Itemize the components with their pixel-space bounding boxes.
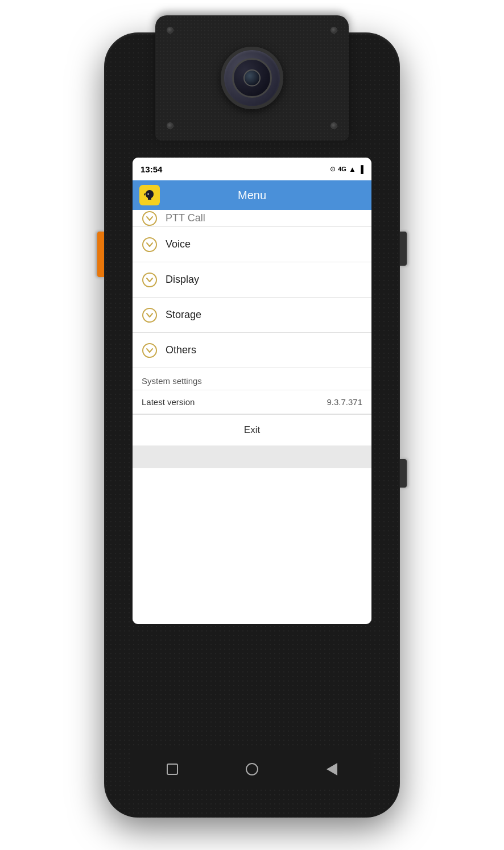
screw-br (331, 122, 337, 129)
chevron-icon-storage (142, 307, 158, 323)
camera-module (155, 15, 349, 141)
svg-point-0 (147, 193, 148, 195)
version-label: Latest version (142, 397, 195, 407)
display-label: Display (166, 274, 199, 286)
menu-content[interactable]: PTT Call Voice (133, 210, 371, 624)
list-item-storage[interactable]: Storage (133, 298, 371, 333)
svg-point-3 (143, 273, 156, 287)
footer-area (133, 445, 371, 468)
list-item-display[interactable]: Display (133, 262, 371, 298)
nav-bar (133, 749, 371, 789)
menu-title: Menu (167, 189, 337, 202)
voice-label: Voice (166, 238, 191, 250)
device-body: 13:54 ⊙ 4G ▲ ▐ (104, 32, 400, 818)
side-button-right-top[interactable] (400, 232, 407, 266)
screw-bl (167, 122, 173, 129)
chevron-icon-others (142, 343, 158, 358)
battery-icon: ▐ (358, 165, 363, 174)
side-button-right-bottom[interactable] (400, 459, 407, 488)
exit-label: Exit (244, 424, 260, 436)
back-button[interactable] (324, 761, 340, 777)
list-item-others[interactable]: Others (133, 333, 371, 368)
home-button[interactable] (244, 761, 260, 777)
chevron-icon-ptt (142, 211, 158, 226)
camera-lens-center (243, 69, 261, 86)
signal-strength-icon: ▲ (349, 165, 356, 174)
recents-icon (167, 764, 178, 775)
status-bar: 13:54 ⊙ 4G ▲ ▐ (133, 158, 371, 180)
storage-label: Storage (166, 309, 201, 321)
network-label: 4G (338, 166, 346, 172)
svg-point-5 (143, 344, 156, 357)
app-logo-icon (143, 188, 156, 202)
back-icon (327, 763, 337, 775)
recents-button[interactable] (164, 761, 180, 777)
system-settings-label: System settings (142, 376, 202, 386)
device-wrapper: 13:54 ⊙ 4G ▲ ▐ (0, 0, 504, 850)
chevron-icon-display (142, 272, 158, 288)
gps-icon: ⊙ (330, 165, 336, 173)
status-icons: ⊙ 4G ▲ ▐ (330, 165, 363, 174)
svg-point-4 (143, 308, 156, 322)
list-item-ptt-call-partial[interactable]: PTT Call (133, 210, 371, 227)
system-settings-section: System settings (133, 368, 371, 390)
home-icon (246, 763, 258, 775)
others-label: Others (166, 344, 196, 356)
version-value: 9.3.7.371 (327, 397, 362, 407)
screw-tl (167, 27, 173, 34)
side-button-ptt[interactable] (97, 232, 104, 277)
ptt-call-label: PTT Call (166, 212, 205, 224)
svg-point-2 (143, 238, 156, 251)
screw-tr (331, 27, 337, 34)
version-row: Latest version 9.3.7.371 (133, 390, 371, 414)
camera-lens-outer (221, 47, 283, 109)
exit-button[interactable]: Exit (133, 414, 371, 445)
camera-lens-inner (232, 58, 272, 98)
status-time: 13:54 (141, 164, 162, 174)
menu-header: Menu (133, 180, 371, 210)
screen-container: 13:54 ⊙ 4G ▲ ▐ (133, 158, 371, 624)
screen: 13:54 ⊙ 4G ▲ ▐ (133, 158, 371, 624)
app-icon-box (139, 185, 160, 205)
svg-point-1 (143, 212, 156, 225)
list-item-voice[interactable]: Voice (133, 227, 371, 262)
chevron-icon-voice (142, 237, 158, 253)
